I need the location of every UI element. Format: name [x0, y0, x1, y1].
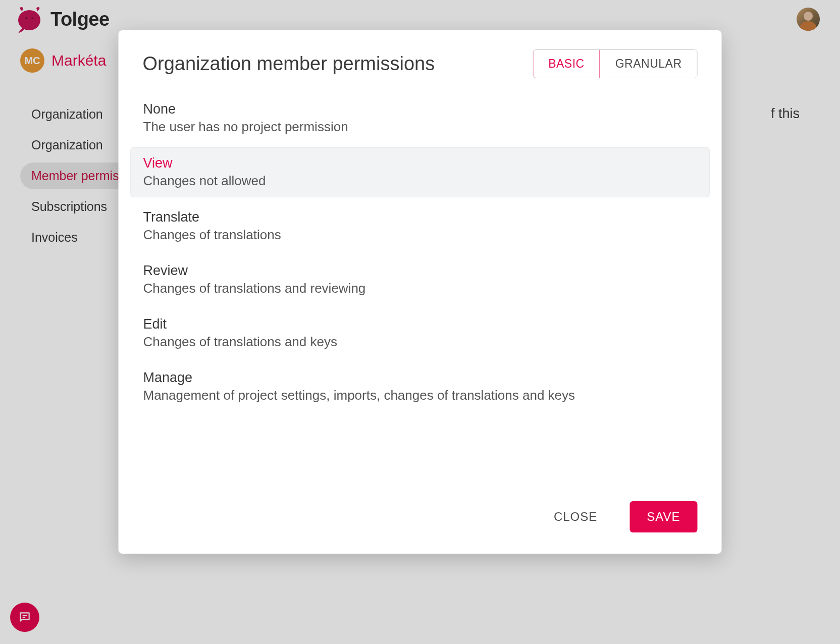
perm-desc: The user has no project permission	[143, 119, 697, 135]
perm-option-translate[interactable]: Translate Changes of translations	[131, 201, 710, 251]
perm-title: Translate	[143, 209, 697, 225]
perm-desc: Changes of translations and reviewing	[143, 281, 697, 296]
perm-desc: Changes not allowed	[143, 173, 697, 189]
perm-title: Edit	[143, 316, 697, 332]
dialog-body: None The user has no project permission …	[119, 88, 722, 415]
perm-option-none[interactable]: None The user has no project permission	[131, 93, 710, 143]
close-button[interactable]: CLOSE	[537, 501, 614, 532]
perm-title: Manage	[143, 370, 697, 386]
permissions-dialog: Organization member permissions BASIC GR…	[119, 30, 722, 554]
perm-title: View	[143, 155, 697, 171]
perm-title: None	[143, 101, 697, 117]
tab-granular[interactable]: GRANULAR	[600, 50, 697, 78]
perm-option-review[interactable]: Review Changes of translations and revie…	[131, 255, 710, 304]
tab-basic[interactable]: BASIC	[533, 49, 600, 78]
permission-mode-toggle: BASIC GRANULAR	[533, 49, 697, 78]
perm-option-view[interactable]: View Changes not allowed	[131, 147, 710, 197]
perm-desc: Changes of translations and keys	[143, 334, 697, 350]
perm-desc: Management of project settings, imports,…	[143, 388, 697, 403]
perm-option-manage[interactable]: Manage Management of project settings, i…	[131, 362, 710, 411]
save-button[interactable]: SAVE	[629, 501, 697, 532]
dialog-title: Organization member permissions	[143, 53, 435, 75]
perm-desc: Changes of translations	[143, 227, 697, 243]
perm-title: Review	[143, 263, 697, 279]
perm-option-edit[interactable]: Edit Changes of translations and keys	[131, 308, 710, 358]
